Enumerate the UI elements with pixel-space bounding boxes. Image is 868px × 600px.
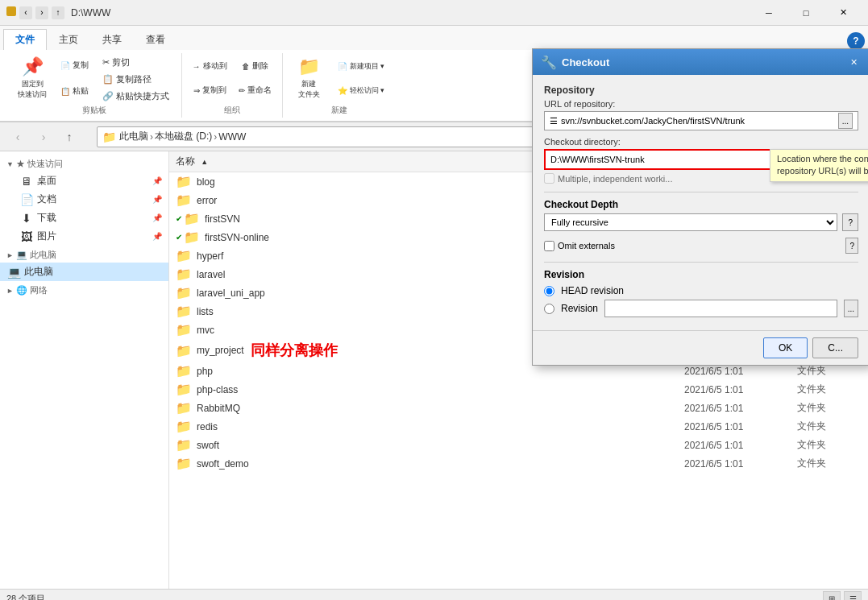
easy-access-button[interactable]: ⭐ 轻松访问 ▾ — [333, 79, 389, 101]
sidebar-item-thispc-active[interactable]: 💻 此电脑 — [0, 263, 168, 281]
copy-to-button[interactable]: ⇒ 复制到 — [189, 79, 230, 101]
rename-icon: ✏ — [239, 86, 245, 95]
checkout-dialog: 🔧 Checkout ✕ Repository URL of repositor… — [532, 48, 868, 366]
sort-arrow: ▲ — [201, 158, 208, 166]
breadcrumb-current[interactable]: WWW — [218, 131, 246, 143]
view-controls: ⊞ ☰ — [823, 591, 862, 601]
paste-shortcut-label: 粘贴快捷方式 — [116, 90, 169, 102]
depth-info-button[interactable]: ? — [842, 213, 858, 231]
file-row[interactable]: 📁swoft_demo 2021/6/5 1:01 文件夹 — [169, 454, 868, 473]
cancel-button[interactable]: C... — [812, 337, 858, 358]
paste-shortcut-icon: 🔗 — [102, 91, 114, 101]
omit-externals-row: Omit externals ? — [544, 238, 858, 254]
svn-check-icon: ✔ — [176, 233, 182, 242]
url-input-container[interactable]: ☰ svn://svnbucket.com/JackyChen/firstSVN… — [544, 111, 858, 130]
file-row[interactable]: 📁RabbitMQ 2021/6/5 1:01 文件夹 — [169, 399, 868, 417]
paste-button[interactable]: 📋 粘贴 — [55, 79, 93, 103]
maximize-button[interactable]: □ — [787, 0, 824, 26]
forward-nav-button[interactable]: › — [32, 126, 55, 148]
file-name: blog — [197, 176, 215, 188]
head-revision-radio[interactable] — [544, 286, 554, 296]
view-grid-button[interactable]: ⊞ — [823, 591, 841, 601]
depth-section-label: Checkout Depth — [544, 199, 858, 210]
sidebar-section-quickaccess[interactable]: ▼ ★ 快速访问 — [0, 155, 168, 172]
file-type: 文件夹 — [797, 457, 862, 470]
sidebar-item-downloads[interactable]: ⬇ 下载 📌 — [0, 209, 168, 227]
depth-row: Fully recursive ? — [544, 213, 858, 231]
file-type: 文件夹 — [797, 420, 862, 433]
ok-button[interactable]: OK — [763, 337, 808, 358]
sidebar-item-documents[interactable]: 📄 文档 📌 — [0, 190, 168, 209]
new-items-group: 📄 新建项目 ▾ ⭐ 轻松访问 ▾ — [333, 55, 389, 101]
multiple-workingcopy-checkbox[interactable] — [544, 173, 554, 184]
forward-icon[interactable]: › — [35, 6, 48, 19]
file-name: redis — [197, 421, 218, 432]
move-button[interactable]: → 移动到 — [189, 55, 230, 77]
file-name: RabbitMQ — [197, 403, 240, 414]
folder-icon: 📁 — [176, 382, 192, 397]
new-folder-button[interactable]: 📁 新建文件夹 — [289, 54, 328, 102]
folder-icon: 📁 — [176, 343, 192, 358]
revision-number-input[interactable] — [604, 300, 837, 317]
close-button[interactable]: ✕ — [824, 0, 862, 26]
checkout-dir-row: ... Location where the cont... repositor… — [544, 149, 858, 170]
rename-label: 重命名 — [247, 85, 272, 96]
new-label: 新建 — [331, 103, 347, 118]
breadcrumb-this-pc[interactable]: 此电脑 — [119, 130, 148, 143]
new-item-button[interactable]: 📄 新建项目 ▾ — [333, 55, 389, 77]
thispc-label: 此电脑 — [30, 249, 56, 261]
omit-externals-checkbox[interactable] — [544, 241, 554, 251]
copy-path-label: 复制路径 — [116, 73, 152, 85]
new-item-icon: 📄 — [338, 62, 347, 71]
depth-select[interactable]: Fully recursive — [544, 213, 837, 231]
up-nav-button[interactable]: ↑ — [58, 126, 81, 148]
sidebar-section-thispc[interactable]: ► 💻 此电脑 — [0, 246, 168, 263]
file-row[interactable]: 📁swoft 2021/6/5 1:01 文件夹 — [169, 436, 868, 454]
copy-path-button[interactable]: 📋复制路径 — [97, 71, 175, 88]
revision-browse-button[interactable]: ... — [844, 300, 858, 317]
status-bar: 28 个项目 ⊞ ☰ — [0, 589, 868, 600]
minimize-button[interactable]: ─ — [750, 0, 787, 26]
url-browse-button[interactable]: ... — [838, 113, 853, 129]
url-field-label: URL of repository: — [544, 99, 858, 109]
file-date: 2021/6/5 1:01 — [684, 366, 797, 377]
file-name: php — [197, 366, 213, 377]
tab-view[interactable]: 查看 — [134, 29, 177, 50]
dialog-footer: OK C... — [533, 330, 868, 365]
new-folder-icon: 📁 — [298, 56, 320, 77]
rename-button[interactable]: ✏ 重命名 — [234, 79, 276, 101]
cut-button[interactable]: ✂剪切 — [97, 54, 175, 71]
sidebar-item-desktop[interactable]: 🖥 桌面 📌 — [0, 172, 168, 190]
tab-file[interactable]: 文件 — [3, 29, 47, 50]
file-row[interactable]: 📁php-class 2021/6/5 1:01 文件夹 — [169, 380, 868, 399]
back-icon[interactable]: ‹ — [19, 6, 32, 19]
file-row[interactable]: 📁redis 2021/6/5 1:01 文件夹 — [169, 417, 868, 436]
file-date: 2021/6/5 1:01 — [684, 458, 797, 470]
delete-button[interactable]: 🗑 删除 — [234, 55, 276, 77]
organize-label: 组织 — [224, 103, 240, 118]
breadcrumb-drive[interactable]: 本地磁盘 (D:) — [155, 130, 212, 143]
help-icon[interactable]: ? — [847, 32, 865, 50]
view-list-button[interactable]: ☰ — [844, 591, 862, 601]
folder-icon: 📁 — [176, 437, 192, 453]
head-revision-label: HEAD revision — [561, 285, 624, 296]
sidebar-item-pictures[interactable]: 🖼 图片 📌 — [0, 227, 168, 246]
copy-button[interactable]: 📄 复制 — [55, 53, 93, 77]
clipboard-label: 剪贴板 — [82, 103, 106, 118]
new-item-label: 新建项目 ▾ — [350, 61, 385, 72]
tab-share[interactable]: 共享 — [90, 29, 134, 50]
omit-externals-info-button[interactable]: ? — [845, 238, 858, 254]
tab-home[interactable]: 主页 — [47, 29, 90, 50]
paste-shortcut-button[interactable]: 🔗粘贴快捷方式 — [97, 88, 175, 105]
revision-radio[interactable] — [544, 304, 554, 314]
pictures-pin-icon: 📌 — [152, 232, 162, 241]
revision-section-label: Revision — [544, 269, 858, 280]
easy-access-label: 轻松访问 ▾ — [350, 85, 385, 96]
pin-quickaccess-button[interactable]: 📌 固定到快速访问 — [13, 54, 52, 102]
dialog-close-button[interactable]: ✕ — [845, 54, 862, 70]
sidebar-section-network[interactable]: ► 🌐 网络 — [0, 281, 168, 298]
up-icon[interactable]: ↑ — [52, 6, 64, 19]
folder-icon: 📁 — [176, 400, 192, 416]
back-button[interactable]: ‹ — [6, 126, 29, 148]
delete-icon: 🗑 — [242, 62, 250, 71]
